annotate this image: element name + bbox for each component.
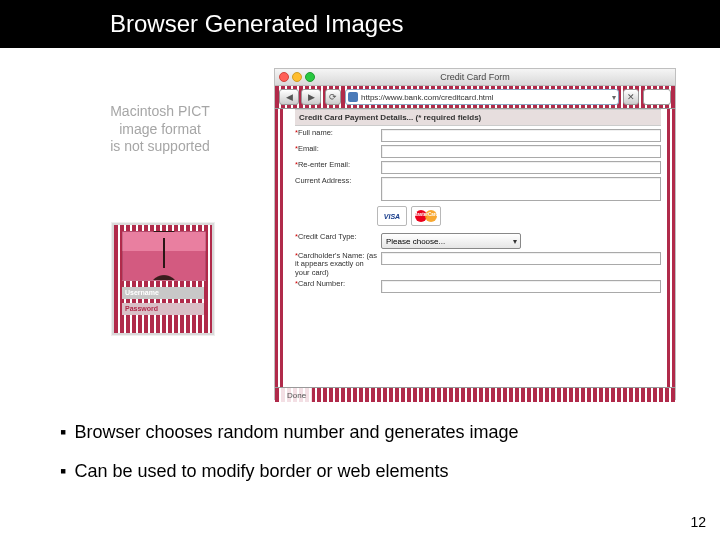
bullet-2: Can be used to modify border or web elem… (60, 461, 680, 482)
left-border-stripe (275, 109, 283, 387)
status-text: Done (281, 388, 312, 402)
search-box[interactable] (643, 89, 671, 105)
mastercard-label: MasterCard (412, 212, 440, 217)
input-card-number[interactable] (381, 280, 661, 293)
browser-toolbar: ◀ ▶ ⟳ https://www.bank.com/creditcard.ht… (275, 86, 675, 109)
mac-titlebar: Credit Card Form (275, 69, 675, 86)
mastercard-logo: MasterCard (411, 206, 441, 226)
forward-button[interactable]: ▶ (301, 89, 321, 105)
select-cc-type[interactable]: Please choose... (381, 233, 521, 249)
label-card-number: *Card Number: (295, 280, 381, 288)
window-title: Credit Card Form (275, 72, 675, 82)
login-thumbnail: Username Password (112, 223, 214, 335)
label-cc-type: *Credit Card Type: (295, 233, 381, 241)
pict-line1: Macintosh PICT (100, 103, 220, 121)
input-email[interactable] (381, 145, 661, 158)
row-cc-type: *Credit Card Type: Please choose... (295, 233, 661, 249)
card-logos: VISA MasterCard (377, 204, 661, 230)
label-email-text: Email: (298, 144, 319, 153)
row-cardholder: *Cardholder's Name: (as it appears exact… (295, 252, 661, 277)
favicon-icon (348, 92, 358, 102)
address-url: https://www.bank.com/creditcard.html (361, 93, 609, 102)
row-card-number: *Card Number: (295, 280, 661, 293)
reload-button[interactable]: ⟳ (325, 89, 341, 105)
bullet-1: Browser chooses random number and genera… (60, 422, 680, 443)
input-reenter-email[interactable] (381, 161, 661, 174)
label-email: *Email: (295, 145, 381, 153)
thumb-photo (122, 231, 206, 281)
page-number: 12 (690, 514, 706, 530)
address-bar[interactable]: https://www.bank.com/creditcard.html ▾ (345, 89, 619, 105)
label-reenter-email-text: Re-enter Email: (298, 160, 350, 169)
address-dropdown-icon[interactable]: ▾ (612, 93, 616, 102)
thumb-border: Username Password (114, 225, 212, 333)
row-address: Current Address: (295, 177, 661, 201)
slide-content: Macintosh PICT image format is not suppo… (0, 48, 720, 458)
label-cardholder: *Cardholder's Name: (as it appears exact… (295, 252, 381, 277)
label-reenter-email: *Re-enter Email: (295, 161, 381, 169)
visa-logo: VISA (377, 206, 407, 226)
thumb-username-field: Username (122, 287, 204, 299)
label-cc-type-text: Credit Card Type: (298, 232, 357, 241)
bullet-list: Browser chooses random number and genera… (60, 414, 680, 500)
page-body: Credit Card Payment Details... (* requir… (275, 109, 675, 387)
stop-button[interactable]: ✕ (623, 89, 639, 105)
pict-line3: is not supported (100, 138, 220, 156)
row-full-name: *Full name: (295, 129, 661, 142)
input-cardholder[interactable] (381, 252, 661, 265)
status-bar: Done (275, 387, 675, 402)
select-cc-type-value: Please choose... (386, 237, 445, 246)
pict-line2: image format (100, 121, 220, 139)
row-email: *Email: (295, 145, 661, 158)
nav-buttons: ◀ ▶ (279, 89, 321, 105)
form-section-header: Credit Card Payment Details... (* requir… (295, 109, 661, 126)
input-address[interactable] (381, 177, 661, 201)
label-cardholder-text: Cardholder's Name: (as it appears exactl… (295, 251, 377, 277)
label-full-name-text: Full name: (298, 128, 333, 137)
label-address: Current Address: (295, 177, 381, 185)
browser-window: Credit Card Form ◀ ▶ ⟳ https://www.bank.… (274, 68, 676, 400)
back-button[interactable]: ◀ (279, 89, 299, 105)
thumb-password-field: Password (122, 303, 204, 315)
slide-title: Browser Generated Images (110, 10, 403, 38)
pict-fallback-text: Macintosh PICT image format is not suppo… (100, 103, 220, 156)
label-card-number-text: Card Number: (298, 279, 345, 288)
form-container: Credit Card Payment Details... (* requir… (295, 109, 661, 293)
input-full-name[interactable] (381, 129, 661, 142)
right-border-stripe (667, 109, 675, 387)
label-full-name: *Full name: (295, 129, 381, 137)
slide-title-bar: Browser Generated Images (0, 0, 720, 48)
row-reenter-email: *Re-enter Email: (295, 161, 661, 174)
